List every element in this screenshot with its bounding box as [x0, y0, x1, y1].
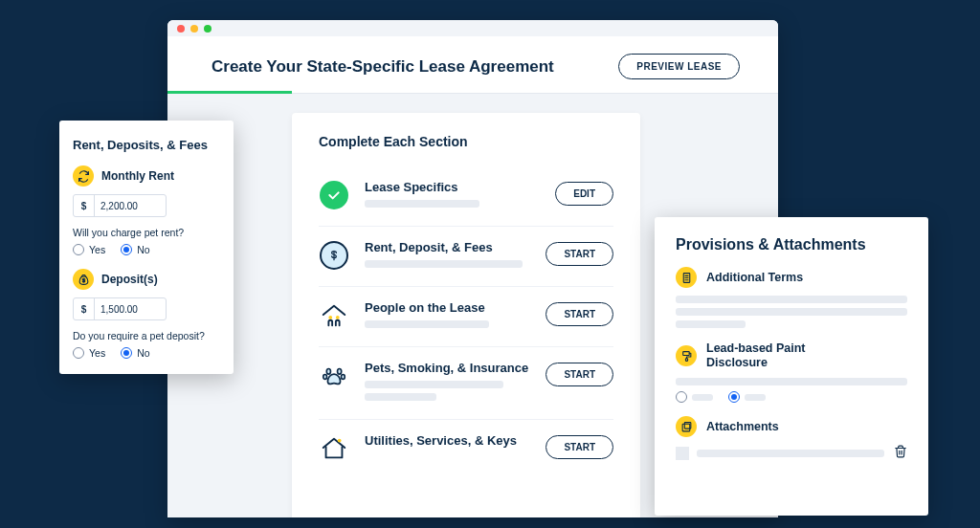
start-button[interactable]: START	[546, 302, 613, 326]
pet-rent-no-radio[interactable]: No	[121, 244, 149, 255]
svg-rect-12	[685, 358, 687, 361]
block-title: Attachments	[706, 420, 779, 434]
skeleton-line	[676, 378, 907, 385]
svg-point-6	[338, 439, 342, 443]
skeleton-line	[676, 296, 907, 303]
card-heading: Provisions & Attachments	[676, 236, 907, 253]
deposits-label: Deposit(s)	[73, 269, 220, 290]
svg-point-2	[326, 369, 330, 375]
skeleton-line	[676, 320, 746, 328]
delete-attachment-button[interactable]	[894, 445, 907, 462]
moneybag-icon	[73, 269, 94, 290]
radio-label: Yes	[89, 347, 105, 359]
attachments-block: Attachments	[676, 416, 907, 462]
section-row-utilities-services-keys: Utilities, Services, & Keys START	[319, 420, 613, 477]
rent-deposits-fees-card: Rent, Deposits, & Fees Monthly Rent $ 2,…	[59, 121, 234, 374]
skeleton-line	[692, 394, 713, 401]
block-header: Attachments	[676, 416, 907, 437]
skeleton-line	[697, 450, 884, 457]
deposit-input[interactable]: $ 1,500.00	[73, 297, 167, 320]
attachments-icon	[676, 416, 697, 437]
preview-lease-button[interactable]: PREVIEW LEASE	[618, 54, 740, 79]
house-utilities-icon	[319, 433, 349, 464]
section-main: People on the Lease	[365, 300, 530, 333]
radio-label: No	[137, 244, 149, 255]
radio-label: No	[137, 347, 149, 359]
block-title: Lead-based Paint Disclosure	[706, 341, 850, 370]
window-close-icon[interactable]	[177, 25, 185, 33]
pet-deposit-no-radio[interactable]: No	[121, 347, 149, 359]
provisions-attachments-card: Provisions & Attachments Additional Term…	[655, 217, 928, 516]
section-main: Lease Specifics	[365, 180, 540, 212]
additional-terms-block: Additional Terms	[676, 267, 907, 328]
start-button[interactable]: START	[546, 242, 613, 266]
section-title: Utilities, Services, & Keys	[365, 433, 530, 448]
cycle-icon	[73, 165, 94, 187]
skeleton-line	[676, 308, 907, 316]
svg-point-3	[338, 369, 342, 375]
deposit-value: 1,500.00	[95, 304, 138, 315]
pet-deposit-radio-group: Yes No	[73, 347, 220, 359]
section-panel: Complete Each Section Lease Specifics ED…	[292, 113, 640, 517]
start-button[interactable]: START	[546, 435, 613, 459]
pet-rent-question: Will you charge pet rent?	[73, 227, 220, 238]
section-row-people-on-lease: People on the Lease START	[319, 287, 613, 347]
start-button[interactable]: START	[546, 363, 613, 386]
svg-point-0	[328, 316, 332, 319]
file-thumb-icon	[676, 447, 689, 460]
paint-icon	[676, 345, 697, 366]
svg-point-1	[336, 316, 340, 319]
skeleton-line	[365, 381, 503, 388]
section-main: Rent, Deposit, & Fees	[365, 240, 530, 273]
edit-button[interactable]: EDIT	[555, 182, 613, 206]
skeleton-line	[365, 393, 436, 401]
progress-indicator	[167, 91, 292, 94]
field-name: Deposit(s)	[101, 273, 158, 286]
block-title: Additional Terms	[706, 271, 803, 285]
lead-paint-radio-group	[676, 391, 907, 403]
window-maximize-icon[interactable]	[204, 25, 212, 33]
svg-rect-11	[682, 351, 689, 355]
document-icon	[676, 267, 697, 288]
monthly-rent-label: Monthly Rent	[73, 165, 220, 187]
section-title: People on the Lease	[365, 300, 530, 315]
skeleton-line	[365, 320, 489, 328]
skeleton-line	[365, 260, 523, 268]
lead-paint-option-2[interactable]	[728, 391, 766, 403]
skeleton-line	[365, 200, 479, 208]
section-main: Utilities, Services, & Keys	[365, 433, 530, 453]
currency-prefix: $	[74, 298, 95, 319]
check-complete-icon	[319, 180, 349, 210]
attachment-row	[676, 445, 907, 462]
lead-paint-block: Lead-based Paint Disclosure	[676, 341, 907, 403]
skeleton-line	[745, 394, 766, 401]
paw-icon	[319, 361, 349, 391]
pet-deposit-question: Do you require a pet deposit?	[73, 330, 220, 341]
section-main: Pets, Smoking, & Insurance	[365, 361, 530, 406]
section-heading: Complete Each Section	[319, 134, 613, 149]
section-row-lease-specifics: Lease Specifics EDIT	[319, 166, 613, 227]
pet-rent-yes-radio[interactable]: Yes	[73, 244, 105, 255]
radio-label: Yes	[89, 244, 105, 255]
page-title: Create Your State-Specific Lease Agreeme…	[212, 57, 554, 77]
currency-prefix: $	[74, 195, 95, 216]
card-heading: Rent, Deposits, & Fees	[73, 138, 220, 152]
section-title: Lease Specifics	[365, 180, 540, 194]
monthly-rent-input[interactable]: $ 2,200.00	[73, 194, 167, 217]
pet-rent-radio-group: Yes No	[73, 244, 220, 255]
svg-point-4	[323, 375, 327, 380]
section-row-pets-smoking-insurance: Pets, Smoking, & Insurance START	[319, 347, 613, 420]
house-people-icon	[319, 300, 349, 331]
lead-paint-option-1[interactable]	[676, 391, 713, 403]
pet-deposit-yes-radio[interactable]: Yes	[73, 347, 105, 359]
dollar-icon	[319, 240, 349, 271]
block-header: Lead-based Paint Disclosure	[676, 341, 907, 370]
svg-rect-13	[682, 424, 690, 431]
section-title: Rent, Deposit, & Fees	[365, 240, 530, 254]
window-minimize-icon[interactable]	[190, 25, 198, 33]
svg-point-5	[342, 375, 345, 380]
block-header: Additional Terms	[676, 267, 907, 288]
field-name: Monthly Rent	[101, 169, 174, 183]
section-title: Pets, Smoking, & Insurance	[365, 361, 530, 375]
section-row-rent-deposit-fees: Rent, Deposit, & Fees START	[319, 227, 613, 287]
